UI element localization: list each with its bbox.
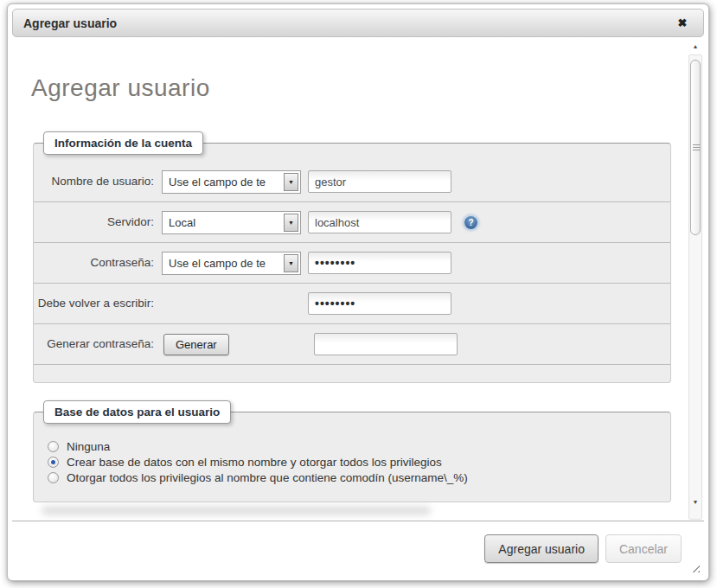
host-input[interactable] (308, 211, 451, 233)
page-title: Agregar usuario (31, 74, 682, 102)
username-input[interactable] (308, 170, 451, 193)
page: Agregar usuario ✖ Agregar usuario Inform… (0, 0, 717, 588)
host-type-select-value: Local (169, 216, 195, 229)
host-type-select[interactable]: Local ▼ (162, 211, 301, 234)
resize-handle-icon[interactable] (688, 561, 700, 572)
spacer (162, 304, 301, 304)
dropdown-arrow-icon: ▼ (284, 173, 298, 191)
retype-password-input[interactable] (308, 292, 451, 315)
username-type-select[interactable]: Use el campo de te ▼ (162, 170, 301, 194)
password-type-select-value: Use el campo de te (169, 257, 266, 270)
account-info-legend: Información de la cuenta (43, 131, 203, 155)
dialog-title: Agregar usuario (23, 16, 672, 30)
db-option-create-same-name[interactable]: Crear base de datos con el mismo nombre … (48, 456, 670, 469)
generate-password-row: Generar contraseña: Generar (34, 324, 670, 365)
db-option-wildcard[interactable]: Otorgar todos los privilegios al nombre … (48, 471, 670, 484)
username-label: Nombre de usuario: (34, 174, 162, 189)
add-user-button[interactable]: Agregar usuario (484, 534, 599, 563)
scrollbar[interactable]: ▲ ▼ (688, 46, 702, 520)
dropdown-arrow-icon: ▼ (284, 254, 298, 272)
help-icon[interactable]: ? (464, 216, 477, 229)
password-label: Contraseña: (34, 255, 162, 271)
password-row: Contraseña: Use el campo de te ▼ (34, 243, 670, 284)
scroll-up-icon[interactable]: ▲ (688, 43, 702, 52)
dialog-content: Agregar usuario Información de la cuenta… (12, 40, 704, 521)
host-label: Servidor: (34, 214, 162, 230)
username-row: Nombre de usuario: Use el campo de te ▼ (34, 162, 670, 202)
account-info-fieldset: Información de la cuenta Nombre de usuar… (33, 143, 671, 383)
generated-password-input[interactable] (314, 333, 458, 355)
username-type-select-value: Use el campo de te (169, 176, 266, 189)
host-row: Servidor: Local ▼ ? (34, 202, 670, 243)
scrollbar-track[interactable]: ▼ (688, 54, 702, 520)
dialog-titlebar[interactable]: Agregar usuario ✖ (12, 9, 704, 37)
db-option-create-same-name-label[interactable]: Crear base de datos con el mismo nombre … (67, 456, 442, 469)
next-section-cutoff (42, 507, 431, 514)
close-button[interactable]: ✖ (672, 13, 693, 34)
generate-button[interactable]: Generar (163, 334, 229, 355)
scrollbar-grip-icon (693, 144, 700, 151)
scroll-down-icon[interactable]: ▼ (689, 499, 701, 505)
scrollbar-thumb[interactable] (690, 60, 701, 235)
dialog-buttonpane: Agregar usuario Cancelar (12, 521, 704, 576)
db-option-none-label[interactable]: Ninguna (67, 440, 110, 453)
generate-password-label: Generar contraseña: (34, 336, 162, 352)
password-input[interactable] (308, 252, 451, 274)
radio-icon[interactable] (48, 457, 59, 468)
retype-password-row: Debe volver a escribir: (34, 284, 670, 324)
database-fieldset: Base de datos para el usuario Ninguna Cr… (33, 412, 671, 502)
add-user-dialog: Agregar usuario ✖ Agregar usuario Inform… (7, 3, 709, 581)
radio-icon[interactable] (48, 472, 59, 483)
database-legend: Base de datos para el usuario (43, 400, 231, 424)
scroll-content: Agregar usuario Información de la cuenta… (12, 40, 682, 521)
db-option-wildcard-label[interactable]: Otorgar todos los privilegios al nombre … (67, 471, 468, 484)
close-icon: ✖ (678, 17, 688, 29)
db-option-none[interactable]: Ninguna (48, 440, 670, 453)
retype-password-label: Debe volver a escribir: (34, 296, 162, 311)
password-type-select[interactable]: Use el campo de te ▼ (162, 252, 301, 275)
cancel-button[interactable]: Cancelar (605, 534, 682, 563)
dropdown-arrow-icon: ▼ (284, 214, 298, 232)
radio-icon[interactable] (48, 441, 59, 452)
